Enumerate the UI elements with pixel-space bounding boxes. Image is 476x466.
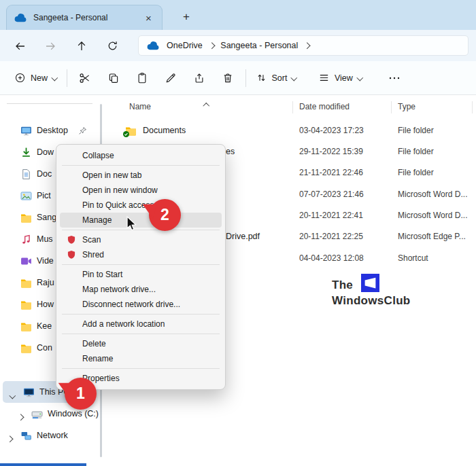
copy-icon [107, 72, 120, 84]
logo-text-the: The [332, 279, 353, 292]
more-button[interactable] [380, 67, 409, 90]
tab-close-button[interactable]: × [142, 12, 155, 24]
view-button[interactable]: View [312, 67, 368, 88]
column-divider[interactable] [472, 101, 473, 113]
column-divider[interactable] [292, 101, 293, 113]
copy-button[interactable] [99, 67, 128, 90]
music-icon [20, 234, 32, 245]
refresh-button[interactable] [103, 37, 122, 55]
menu-item-add-network-location[interactable]: Add a network location [60, 317, 222, 331]
new-tab-button[interactable]: + [179, 10, 194, 24]
refresh-icon [107, 40, 118, 52]
tab-bar: Sangeeta - Personal × + [0, 0, 476, 30]
file-type: Microsoft Word D... [398, 190, 467, 199]
step-badge-2: 2 [149, 199, 181, 231]
sidebar-item-label: Kee [37, 321, 52, 331]
menu-separator [62, 368, 220, 369]
chevron-right-icon[interactable] [7, 433, 12, 443]
forward-button[interactable] [41, 37, 59, 55]
context-menu: Collapse Open in new tab Open in new win… [56, 144, 226, 390]
menu-item-label: Scan [82, 235, 101, 245]
file-type: Shortcut [398, 253, 428, 263]
file-type: File folder [398, 147, 434, 156]
view-icon [318, 72, 330, 84]
pin-icon [78, 126, 87, 135]
up-button[interactable] [72, 37, 90, 55]
sidebar-item-label: Pict [37, 191, 51, 200]
file-explorer-window: Sangeeta - Personal × + OneDrive Sangeet… [0, 0, 476, 466]
new-button[interactable]: New [8, 67, 63, 88]
folder-icon [20, 212, 32, 223]
chevron-right-icon[interactable] [18, 412, 23, 421]
new-button-label: New [31, 73, 48, 83]
more-icon [388, 72, 401, 84]
sidebar-item-label: Raju [37, 278, 54, 287]
paste-button[interactable] [128, 67, 156, 90]
file-date: 04-04-2023 12:08 [299, 253, 364, 263]
sidebar-item-label: Vide [37, 256, 54, 266]
column-header-type[interactable]: Type [398, 102, 415, 111]
sidebar-item-label: Network [37, 431, 68, 440]
videos-icon [20, 255, 32, 267]
sidebar-item-label: Desktop [37, 126, 68, 135]
paste-icon [136, 72, 148, 84]
back-button[interactable] [11, 37, 29, 55]
forward-icon [44, 40, 56, 52]
file-type: Microsoft Word D... [398, 211, 467, 220]
chevron-right-icon [304, 42, 310, 48]
file-row[interactable]: Documents 03-04-2023 17:23 File folder [109, 120, 476, 141]
menu-item-collapse[interactable]: Collapse [60, 148, 222, 163]
onedrive-cloud-icon [14, 14, 27, 22]
delete-icon [222, 72, 234, 84]
cut-button[interactable] [71, 67, 99, 90]
menu-separator [62, 230, 220, 230]
file-date: 03-04-2023 17:23 [299, 126, 364, 135]
folder-icon [20, 277, 32, 289]
file-name: es [226, 147, 235, 156]
menu-item-shred[interactable]: Shred [60, 247, 222, 262]
desktop-icon [20, 125, 32, 137]
file-type: File folder [398, 126, 434, 135]
column-header-date-modified[interactable]: Date modified [299, 102, 350, 111]
delete-button[interactable] [214, 67, 242, 90]
share-button[interactable] [185, 67, 214, 90]
file-date: 20-11-2021 22:25 [299, 232, 363, 241]
chevron-down-icon[interactable] [10, 390, 15, 399]
menu-item-rename[interactable]: Rename [60, 351, 222, 366]
sidebar-item-label: Sang [37, 213, 56, 222]
sort-icon [256, 72, 267, 84]
menu-separator [62, 314, 220, 315]
chevron-down-icon [52, 75, 58, 81]
menu-item-open-in-new-tab[interactable]: Open in new tab [60, 168, 222, 183]
sort-button-label: Sort [272, 73, 288, 83]
sort-ascending-icon [204, 98, 209, 111]
sidebar-item-label: How [37, 300, 54, 309]
sort-button[interactable]: Sort [250, 67, 303, 88]
file-type: File folder [398, 168, 434, 177]
chevron-down-icon [291, 75, 297, 81]
sidebar-item-desktop[interactable]: Desktop [0, 120, 101, 141]
menu-item-map-network-drive[interactable]: Map network drive... [60, 282, 222, 297]
up-icon [75, 40, 88, 52]
menu-item-scan[interactable]: Scan [60, 232, 222, 247]
onedrive-cloud-icon [146, 41, 160, 50]
menu-item-delete[interactable]: Delete [60, 336, 222, 351]
back-icon [14, 40, 27, 52]
breadcrumb-current[interactable]: Sangeeta - Personal [220, 41, 298, 50]
menu-item-disconnect-network-drive[interactable]: Disconnect network drive... [60, 297, 222, 312]
address-bar[interactable]: OneDrive Sangeeta - Personal [138, 35, 469, 56]
browser-tab[interactable]: Sangeeta - Personal × [6, 5, 163, 30]
breadcrumb-onedrive[interactable]: OneDrive [167, 41, 203, 50]
menu-item-open-in-new-window[interactable]: Open in new window [60, 183, 222, 198]
toolbar-separator [67, 69, 67, 87]
rename-button[interactable] [156, 67, 185, 90]
plus-icon: + [183, 10, 190, 24]
column-header-name[interactable]: Name [129, 102, 151, 111]
command-toolbar: New Sort View [0, 61, 476, 95]
menu-item-pin-to-start[interactable]: Pin to Start [60, 267, 222, 282]
sidebar-item-network[interactable]: Network [0, 425, 101, 446]
shield-icon [67, 250, 76, 259]
column-divider[interactable] [391, 101, 392, 113]
this-pc-icon [23, 387, 35, 398]
drive-icon [31, 408, 43, 420]
